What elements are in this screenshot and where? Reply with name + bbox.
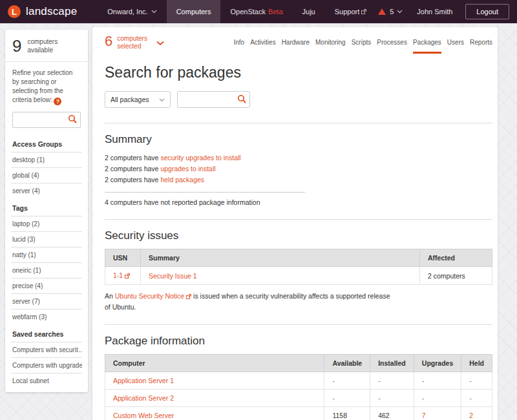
- tab-users[interactable]: Users: [447, 39, 464, 54]
- nav-item-computers[interactable]: Computers: [167, 0, 221, 23]
- sidebar-item-webfarm-3[interactable]: webfarm (3): [11, 309, 82, 324]
- tab-monitoring[interactable]: Monitoring: [315, 39, 346, 54]
- installed-value: -: [378, 377, 381, 384]
- computer-link-custom-web-server[interactable]: Custom Web Server: [113, 412, 174, 419]
- usn-link[interactable]: 1-1: [113, 271, 123, 279]
- held-cell: 2: [461, 406, 492, 420]
- ubuntu-security-notice-link[interactable]: Ubuntu Security Notice: [115, 292, 184, 300]
- user-name[interactable]: John Smith: [417, 8, 452, 16]
- installed-value: -: [378, 394, 381, 402]
- brand-name: landscape: [26, 5, 77, 18]
- sidebar-item-natty-1[interactable]: natty (1): [11, 247, 82, 262]
- upgrades-value: -: [422, 377, 425, 384]
- org-label: Onward, Inc.: [107, 8, 147, 16]
- sidebar-item-server-7[interactable]: server (7): [11, 293, 82, 309]
- computer-link-application-server-1[interactable]: Application Server 1: [113, 377, 174, 384]
- sidebar-item-laptop-2[interactable]: laptop (2): [11, 216, 82, 231]
- summary-line-text: 2 computers have: [105, 165, 160, 173]
- available-cell: 1158: [324, 406, 370, 420]
- nav-item-org[interactable]: Onward, Inc.: [98, 0, 166, 23]
- installed-cell: 462: [370, 406, 414, 420]
- package-search: [177, 91, 250, 108]
- sidebar-item-precise-4[interactable]: precise (4): [11, 278, 82, 293]
- nav-item-support[interactable]: Support: [325, 0, 377, 23]
- summary-link-held-packages[interactable]: held packages: [160, 176, 204, 184]
- computer-cell: Custom Web Server: [105, 406, 324, 420]
- available-value: -: [332, 377, 335, 384]
- package-filter-select[interactable]: All packages: [105, 91, 171, 108]
- alert-count: 5: [390, 8, 394, 16]
- table-row: Application Server 1----: [105, 372, 492, 389]
- security-issue-link[interactable]: Security Issue 1: [149, 272, 197, 280]
- upgrades-cell: -: [414, 389, 461, 406]
- sidebar-item-server-4[interactable]: server (4): [11, 183, 82, 198]
- sidebar-search: [12, 112, 81, 128]
- sidebar-item-local-subnet[interactable]: Local subnet: [11, 373, 82, 388]
- usn-cell: 1-1: [105, 267, 141, 285]
- summary-note: 4 computers have not reported package in…: [105, 198, 492, 206]
- sidebar-item-lucid-3[interactable]: lucid (3): [11, 231, 82, 247]
- search-icon[interactable]: [237, 94, 247, 107]
- sidebar-item-computers-with-securit[interactable]: Computers with securit…: [11, 342, 82, 357]
- sidebar-item-global-4[interactable]: global (4): [11, 167, 82, 183]
- help-icon[interactable]: ?: [54, 98, 61, 105]
- warning-triangle-icon: [378, 8, 386, 15]
- external-link-icon: [125, 272, 130, 280]
- nav-item-openstack[interactable]: OpenStack Beta: [220, 0, 292, 23]
- sidebar-item-computers-with-upgrades[interactable]: Computers with upgrades: [11, 357, 82, 373]
- installed-cell: -: [370, 372, 414, 389]
- sidebar-list-tags: laptop (2)lucid (3)natty (1)oneiric (1)p…: [5, 216, 88, 324]
- sidebar-item-desktop-1[interactable]: desktop (1): [11, 152, 82, 167]
- security-table-head: USNSummaryAffected: [105, 249, 492, 267]
- tab-packages[interactable]: Packages: [413, 39, 441, 54]
- sidebar-list-saved-searches: Computers with securit…Computers with up…: [5, 342, 88, 388]
- security-issues-heading: Security issues: [105, 229, 492, 242]
- package-filter-value: All packages: [111, 96, 149, 103]
- divider: [105, 123, 492, 123]
- sidebar-list-access-groups: desktop (1)global (4)server (4): [5, 152, 88, 198]
- affected-cell: 2 computers: [420, 267, 492, 285]
- navbar-right: 5 John Smith Logout: [378, 0, 517, 23]
- package-information-table: ComputerAvailableInstalledUpgradesHeld A…: [105, 354, 492, 420]
- landscape-logo[interactable]: L landscape: [0, 0, 83, 23]
- divider: [105, 219, 492, 220]
- available-count-label: computers available: [27, 38, 81, 54]
- upgrades-link[interactable]: 7: [422, 412, 426, 419]
- held-cell: -: [461, 389, 492, 406]
- package-col-header-computer: Computer: [105, 354, 324, 372]
- sidebar-item-oneiric-1[interactable]: oneiric (1): [11, 262, 82, 278]
- summary-line: 2 computers have upgrades to install: [105, 163, 492, 174]
- summary-link-security-upgrades-to-install[interactable]: security upgrades to install: [160, 154, 240, 162]
- package-col-header-upgrades: Upgrades: [414, 354, 461, 372]
- summary-line: 2 computers have held packages: [105, 174, 492, 185]
- tab-scripts[interactable]: Scripts: [352, 39, 372, 54]
- held-link[interactable]: 2: [469, 412, 473, 419]
- summary-link-upgrades-to-install[interactable]: upgrades to install: [160, 165, 215, 173]
- available-cell: -: [324, 389, 370, 406]
- summary-line-text: 2 computers have: [105, 176, 160, 184]
- logout-button[interactable]: Logout: [465, 4, 509, 19]
- upgrades-value: -: [422, 394, 425, 402]
- tab-reports[interactable]: Reports: [470, 39, 492, 54]
- tab-hardware[interactable]: Hardware: [282, 39, 310, 54]
- main-panel: 6 computersselected InfoActivitiesHardwa…: [92, 27, 498, 420]
- refine-text: Refine your selection by searching or se…: [5, 62, 88, 107]
- held-cell: -: [461, 372, 492, 389]
- nav-item-juju[interactable]: Juju: [293, 0, 325, 23]
- landscape-logo-icon: L: [8, 5, 21, 18]
- juju-label: Juju: [302, 8, 315, 16]
- security-note: An Ubuntu Security Notice is issued when…: [105, 291, 396, 313]
- package-col-header-installed: Installed: [370, 354, 414, 372]
- tab-info[interactable]: Info: [233, 39, 244, 54]
- beta-badge: Beta: [268, 8, 283, 16]
- tab-processes[interactable]: Processes: [377, 39, 407, 54]
- computer-link-application-server-2[interactable]: Application Server 2: [113, 394, 174, 402]
- chevron-down-icon: [397, 10, 403, 14]
- tab-activities[interactable]: Activities: [250, 39, 275, 54]
- search-icon[interactable]: [68, 114, 78, 127]
- page-title: Search for packages: [105, 64, 492, 81]
- available-cell: -: [324, 372, 370, 389]
- chevron-down-icon: [151, 10, 157, 14]
- selection-chevron-icon[interactable]: [156, 37, 164, 48]
- alerts-dropdown[interactable]: 5: [378, 8, 403, 16]
